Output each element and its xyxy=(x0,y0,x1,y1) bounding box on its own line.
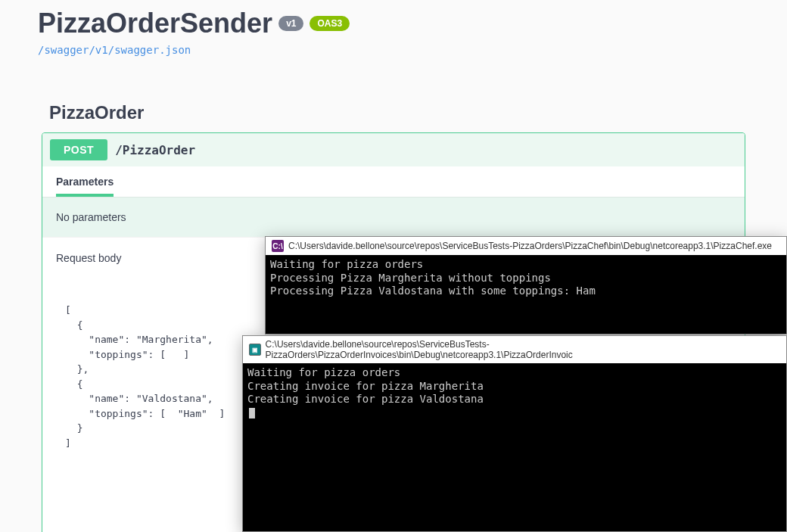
parameters-tab-row: Parameters xyxy=(42,166,745,197)
terminal-title: C:\Users\davide.bellone\source\repos\Ser… xyxy=(266,339,780,360)
terminal-titlebar[interactable]: C:\ C:\Users\davide.bellone\source\repos… xyxy=(266,237,786,255)
swagger-header: PizzaOrderSender v1 OAS3 /swagger/v1/swa… xyxy=(0,0,787,61)
cursor-icon xyxy=(249,408,255,418)
operation-summary[interactable]: POST /PizzaOrder xyxy=(42,133,745,166)
console-icon: ▣ xyxy=(249,344,261,356)
swagger-json-link[interactable]: /swagger/v1/swagger.json xyxy=(38,44,191,56)
no-parameters-text: No parameters xyxy=(42,197,745,237)
section-heading[interactable]: PizzaOrder xyxy=(0,61,787,132)
oas-badge: OAS3 xyxy=(310,16,350,31)
terminal-title: C:\Users\davide.bellone\source\repos\Ser… xyxy=(288,241,772,251)
version-badge: v1 xyxy=(278,16,303,31)
http-method-label: POST xyxy=(50,139,107,160)
endpoint-path: /PizzaOrder xyxy=(115,143,195,157)
console-icon: C:\ xyxy=(272,240,284,252)
terminal-pizzachef[interactable]: C:\ C:\Users\davide.bellone\source\repos… xyxy=(265,236,787,334)
terminal-titlebar[interactable]: ▣ C:\Users\davide.bellone\source\repos\S… xyxy=(243,336,786,363)
terminal-output: Waiting for pizza orders Creating invoic… xyxy=(243,363,786,422)
parameters-tab[interactable]: Parameters xyxy=(56,176,114,197)
title-row: PizzaOrderSender v1 OAS3 xyxy=(38,8,749,39)
terminal-pizzaorderinvoices[interactable]: ▣ C:\Users\davide.bellone\source\repos\S… xyxy=(242,335,787,532)
api-title: PizzaOrderSender xyxy=(38,8,272,39)
request-body-label: Request body xyxy=(56,252,121,264)
terminal-output: Waiting for pizza orders Processing Pizz… xyxy=(266,255,786,301)
